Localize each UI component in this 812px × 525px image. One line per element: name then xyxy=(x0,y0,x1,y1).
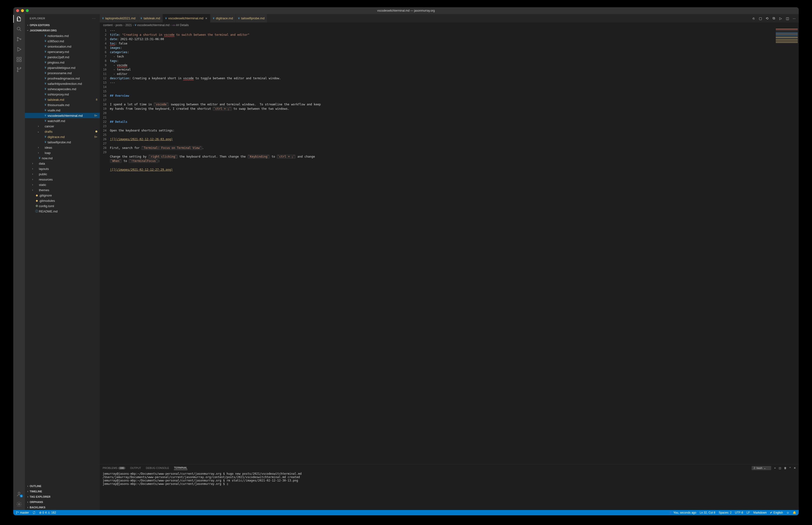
file-row[interactable]: ¥tailsleak.md8 xyxy=(25,97,100,102)
file-row[interactable]: ◆.gitmodules xyxy=(25,198,100,203)
file-row[interactable]: ¥watchdiff.md xyxy=(25,118,100,123)
compare-changes-icon[interactable]: ⎋ xyxy=(751,16,756,20)
more-actions-icon[interactable]: ··· xyxy=(792,16,796,20)
sync-status[interactable] xyxy=(32,511,36,514)
file-row[interactable]: ⚙config.toml xyxy=(25,203,100,209)
folder-row[interactable]: ›layouts xyxy=(25,166,100,171)
file-tree[interactable]: ¥notiontasks.md¥o365ocr.md¥onionlocation… xyxy=(25,33,100,483)
breadcrumb-item[interactable]: content xyxy=(103,24,112,27)
split-editor-icon[interactable]: ◫ xyxy=(785,16,790,20)
file-row[interactable]: ¥proofreadingmacos.md xyxy=(25,76,100,81)
minimap[interactable] xyxy=(775,28,799,464)
debug-console-tab[interactable]: DEBUG CONSOLE xyxy=(146,466,169,469)
file-row[interactable]: ¥opencanary.md xyxy=(25,49,100,55)
run-icon[interactable]: ⟲ xyxy=(765,16,769,20)
terminal-tab[interactable]: TERMINAL xyxy=(174,466,187,470)
breadcrumb-item[interactable]: ¥ vscodeswitchterminal.md xyxy=(135,24,170,27)
folder-row[interactable]: ›loap xyxy=(25,150,100,155)
file-row[interactable]: ⓘREADME.md xyxy=(25,209,100,214)
feedback-icon[interactable]: ☺ xyxy=(786,511,789,514)
file-row[interactable]: ¥safarihttpsredirection.md xyxy=(25,81,100,86)
editor-tab[interactable]: ¥tailsleak.md xyxy=(138,14,163,22)
folder-row[interactable]: ›public xyxy=(25,171,100,177)
git-branch-status[interactable]: master xyxy=(16,511,29,514)
git-graph-icon[interactable] xyxy=(16,67,22,73)
encoding-status[interactable]: UTF-8 xyxy=(735,511,743,514)
cursor-position-status[interactable]: Ln 32, Col 8 xyxy=(700,511,715,514)
file-row[interactable]: ¥thisisunsafe.md xyxy=(25,102,100,108)
file-row[interactable]: ¥o365ocr.md xyxy=(25,39,100,44)
tag-explorer-section[interactable]: ›TAG EXPLORER xyxy=(25,494,100,499)
spell-status[interactable]: ✔ English xyxy=(770,511,783,514)
breadcrumb-item[interactable]: posts xyxy=(115,24,123,27)
editor-tab[interactable]: ¥laptoprebuild2021.md xyxy=(100,14,138,22)
folder-row[interactable]: ›static xyxy=(25,182,100,187)
editor-tab[interactable]: ¥digitrace.md xyxy=(210,14,236,22)
project-section[interactable]: ›JASONMURRAY.ORG xyxy=(25,28,100,33)
file-row[interactable]: ¥sshtorproxy.md xyxy=(25,92,100,97)
breadcrumbs[interactable]: content›posts›2021›¥ vscodeswitchtermina… xyxy=(100,22,799,28)
settings-gear-icon[interactable] xyxy=(16,501,22,507)
folder-row[interactable]: ›cancer xyxy=(25,123,100,129)
editor[interactable]: 1234567891011121314151617181920212223242… xyxy=(100,28,799,464)
orphans-section[interactable]: ›ORPHANS xyxy=(25,499,100,505)
code-area[interactable]: ---title: "Creating a shortcut in vscode… xyxy=(110,28,775,464)
sidebar-more-icon[interactable]: ··· xyxy=(92,17,96,20)
file-row[interactable]: ¥pandoc2pdf.md xyxy=(25,55,100,60)
file-row[interactable]: ¥tailswifiprobe.md xyxy=(25,139,100,145)
close-tab-icon[interactable]: × xyxy=(205,16,208,20)
problems-status[interactable]: ⊘0 4 ⚠ 162 xyxy=(39,511,56,514)
folder-row[interactable]: ›data xyxy=(25,161,100,166)
file-row[interactable]: ¥digitrace.md9+ xyxy=(25,134,100,139)
terminal-selector[interactable]: 2: bash ⌄ xyxy=(752,466,771,470)
preview-side-icon[interactable]: ⧉ xyxy=(772,16,776,20)
file-row[interactable]: ¥notiontasks.md xyxy=(25,33,100,39)
folder-row[interactable]: ›ideas xyxy=(25,145,100,150)
file-row[interactable]: ¥vscodeswitchterminal.md9+ xyxy=(25,113,100,118)
git-blame-status[interactable]: 👤 You, seconds ago xyxy=(669,511,696,514)
zoom-window-button[interactable] xyxy=(26,9,29,12)
folder-row[interactable]: ›themes xyxy=(25,187,100,193)
file-row[interactable]: ¥vsafe.md xyxy=(25,108,100,113)
eol-status[interactable]: LF xyxy=(747,511,750,514)
terminal-output[interactable]: jemurray@jasons-mbp:~/Documents/www-pers… xyxy=(100,471,799,510)
extensions-icon[interactable] xyxy=(16,57,22,62)
open-editors-section[interactable]: ›OPEN EDITORS xyxy=(25,22,100,28)
close-panel-icon[interactable]: ✕ xyxy=(794,466,796,470)
notifications-icon[interactable]: 🔔 xyxy=(793,511,796,514)
split-terminal-icon[interactable]: ◫ xyxy=(779,466,781,470)
preview-icon[interactable]: ▷ xyxy=(778,16,783,20)
file-row[interactable]: ¥now.md xyxy=(25,155,100,161)
folder-row[interactable]: ›resources xyxy=(25,177,100,182)
new-terminal-icon[interactable]: + xyxy=(774,466,776,469)
problems-tab[interactable]: PROBLEMS 166 xyxy=(103,466,125,469)
editor-tab[interactable]: ¥vscodeswitchterminal.md× xyxy=(163,14,210,22)
search-icon[interactable] xyxy=(16,26,22,32)
titlebar[interactable]: vscodeswitchterminal.md — jasonmurray.or… xyxy=(13,7,799,14)
file-row[interactable]: ¥pipansiblebigsur.md xyxy=(25,65,100,70)
breadcrumb-item[interactable]: 2021 xyxy=(125,24,132,27)
file-row[interactable]: ¥pingloss.md xyxy=(25,60,100,65)
account-icon[interactable]: 1 xyxy=(16,491,22,497)
backlinks-section[interactable]: ›BACKLINKS xyxy=(25,505,100,510)
source-control-icon[interactable] xyxy=(16,36,22,42)
output-tab[interactable]: OUTPUT xyxy=(130,466,141,469)
maximize-panel-icon[interactable]: ^ xyxy=(790,466,791,469)
minimize-window-button[interactable] xyxy=(21,9,24,12)
file-row[interactable]: ¥onionlocation.md xyxy=(25,44,100,49)
folder-row[interactable]: ⌄drafts xyxy=(25,129,100,134)
file-row[interactable]: ¥processname.md xyxy=(25,70,100,76)
explorer-icon[interactable] xyxy=(16,16,22,22)
editor-tab[interactable]: ¥tailswifiprobe.md xyxy=(236,14,267,22)
kill-terminal-icon[interactable]: 🗑 xyxy=(784,466,787,469)
open-changes-icon[interactable]: ▢ xyxy=(758,16,763,20)
outline-section[interactable]: ›OUTLINE xyxy=(25,483,100,489)
breadcrumb-item[interactable]: ▭ ## Details xyxy=(172,24,189,27)
indentation-status[interactable]: Spaces: 2 xyxy=(719,511,732,514)
timeline-section[interactable]: ›TIMELINE xyxy=(25,489,100,494)
file-row[interactable]: ¥sshescapecodes.md xyxy=(25,86,100,92)
close-window-button[interactable] xyxy=(16,9,19,12)
language-status[interactable]: Markdown xyxy=(753,511,767,514)
run-debug-icon[interactable] xyxy=(16,46,22,52)
file-row[interactable]: ◆.gitignore xyxy=(25,193,100,198)
